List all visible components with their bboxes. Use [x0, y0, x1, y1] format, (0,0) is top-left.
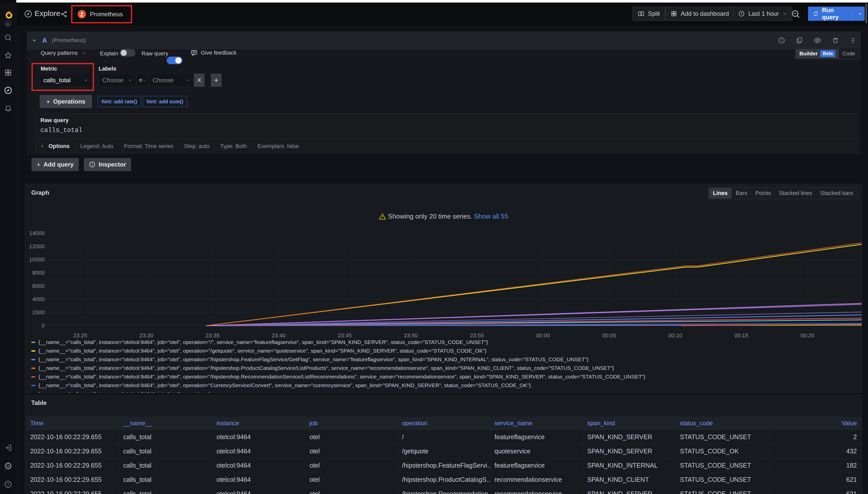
apps-grid-icon[interactable]: [0, 65, 16, 80]
label-key-select[interactable]: Choose: [98, 74, 136, 87]
legend-series-color: [31, 385, 35, 386]
table-cell: /hipstershop.Recommendation...: [398, 487, 491, 494]
table-cell: otelcol:9464: [213, 472, 306, 487]
table-cell: STATUS_CODE_UNSET: [676, 472, 770, 487]
give-feedback-button[interactable]: Give feedback: [191, 49, 237, 56]
table-column-header-spankind[interactable]: span_kind: [584, 417, 676, 430]
table-cell: otel: [306, 458, 398, 472]
datasource-picker[interactable]: Prometheus: [74, 7, 129, 21]
eye-icon[interactable]: [814, 37, 821, 44]
datasource-name: Prometheus: [90, 11, 123, 18]
time-range-picker[interactable]: Last 1 hour: [733, 6, 792, 21]
alerting-bell-icon[interactable]: [0, 101, 16, 115]
graph-mode-lines[interactable]: Lines: [709, 188, 731, 198]
hint-add-rate-button[interactable]: hint: add rate(): [98, 96, 141, 107]
table-cell: /: [398, 430, 491, 444]
table-cell: 2022-10-16 00:22:29.655: [27, 458, 120, 472]
table-cell: SPAN_KIND_INTERNAL: [584, 458, 676, 472]
trash-icon[interactable]: [832, 37, 839, 44]
explain-toggle[interactable]: [120, 49, 135, 57]
operations-button[interactable]: + Operations: [40, 95, 92, 108]
legend-series-label: {__name__="calls_total", instance="otelc…: [38, 374, 646, 380]
search-icon[interactable]: [0, 31, 16, 45]
data-table: Time__name__instancejoboperationservice_…: [27, 417, 862, 494]
legend-item[interactable]: {__name__="calls_total", instance="otelc…: [31, 355, 859, 364]
legend-item[interactable]: {__name__="calls_total", instance="otelc…: [31, 364, 859, 373]
help-circle-icon[interactable]: ?: [778, 37, 785, 44]
remove-label-button[interactable]: X: [194, 74, 204, 87]
table-cell: STATUS_CODE_UNSET: [676, 487, 770, 494]
show-all-series-link[interactable]: Show all 55: [474, 212, 508, 220]
legend-series-color: [31, 376, 35, 378]
table-cell: otel: [306, 487, 398, 494]
collapse-chevron-icon: [32, 38, 37, 43]
chevron-right-icon: [40, 144, 44, 149]
legend-item[interactable]: {__name__="calls_total", instance="otelc…: [31, 381, 859, 390]
table-column-header-time[interactable]: Time: [27, 417, 120, 430]
add-query-button[interactable]: + Add query: [32, 158, 79, 171]
graph-mode-stacked-lines[interactable]: Stacked lines: [775, 188, 816, 198]
legend-series-label: {__name__="calls_total", instance="otelc…: [38, 356, 589, 362]
legend-item[interactable]: {__name__="calls_total", instance="otelc…: [31, 373, 859, 381]
graph-mode-points[interactable]: Points: [752, 188, 775, 198]
metric-select[interactable]: calls_total: [40, 74, 92, 87]
table-column-header-instance[interactable]: instance: [213, 417, 306, 430]
add-label-button[interactable]: +: [211, 74, 221, 87]
hint-add-sum-button[interactable]: hint: add sum(): [143, 96, 187, 107]
sidebar-expand-button[interactable]: ›: [4, 20, 12, 27]
chart-canvas[interactable]: [25, 230, 862, 329]
table-cell: recommendationservice: [491, 472, 584, 487]
label-value-select[interactable]: Choose: [149, 74, 193, 87]
explore-compass-icon[interactable]: [0, 83, 16, 97]
table-column-header-servicename[interactable]: service_name: [491, 417, 584, 430]
legend-series-color: [31, 350, 35, 352]
label-operator-select[interactable]: =: [137, 74, 148, 87]
copy-icon[interactable]: [796, 37, 803, 44]
legend-item[interactable]: {__name__="calls_total", instance="otelc…: [31, 346, 859, 355]
comment-icon: [191, 49, 198, 56]
zoom-out-icon[interactable]: [791, 9, 800, 19]
table-column-header-name[interactable]: __name__: [120, 417, 213, 430]
help-icon[interactable]: ?: [0, 477, 16, 492]
share-icon[interactable]: [60, 11, 67, 18]
table-column-header-value[interactable]: Value: [770, 417, 862, 430]
legend-series-label: {__name__="calls_total", instance="otelc…: [38, 365, 614, 371]
option-summary-item: Legend: Auto: [80, 143, 113, 150]
table-cell: STATUS_CODE_UNSET: [676, 458, 770, 472]
query-ref-id[interactable]: A: [42, 37, 47, 44]
tab-builder[interactable]: Builder Beta: [796, 49, 839, 58]
drag-handle-icon[interactable]: [850, 37, 856, 44]
run-query-button[interactable]: Run query: [808, 6, 865, 21]
legend-series-color: [31, 359, 35, 360]
prometheus-icon: [77, 10, 86, 19]
table-cell: SPAN_KIND_SERVER: [584, 430, 676, 444]
query-options-row[interactable]: Options Legend: AutoFormat: Time seriesS…: [36, 140, 857, 153]
metric-label: Metric: [41, 65, 57, 72]
table-cell: SPAN_KIND_CLIENT: [584, 472, 676, 487]
legend-series-color: [31, 367, 35, 369]
scrollbar-thumb[interactable]: [866, 3, 867, 23]
run-query-dropdown[interactable]: [856, 11, 865, 16]
raw-query-toggle[interactable]: [167, 57, 182, 64]
table-cell: calls_total: [120, 487, 213, 494]
tab-code[interactable]: Code: [839, 49, 858, 58]
graph-mode-stacked-bars[interactable]: Stacked bars: [816, 188, 857, 198]
star-icon[interactable]: [0, 48, 16, 62]
table-cell: 621: [770, 487, 862, 494]
grafana-logo[interactable]: [2, 7, 14, 22]
table-column-header-job[interactable]: job: [306, 417, 398, 430]
query-patterns-dropdown[interactable]: Query patterns: [41, 50, 86, 56]
graph-mode-bars[interactable]: Bars: [731, 188, 751, 198]
inspector-button[interactable]: Inspector: [84, 158, 131, 171]
sign-in-icon[interactable]: [0, 441, 16, 455]
add-to-dashboard-button[interactable]: Add to dashboard: [665, 6, 734, 21]
explain-label: Explain: [100, 50, 118, 57]
settings-gear-icon[interactable]: ⚙: [0, 459, 16, 473]
table-column-header-statuscode[interactable]: status_code: [676, 417, 770, 430]
table-column-header-operation[interactable]: operation: [398, 417, 491, 430]
legend-item[interactable]: {__name__="calls_total", instance="otelc…: [31, 338, 859, 346]
legend-item-partial[interactable]: {__name__="calls_total", instance="otelc…: [31, 390, 859, 393]
split-button[interactable]: Split: [632, 6, 665, 21]
table-panel: Table Time__name__instancejoboperationse…: [25, 395, 862, 494]
query-row-header[interactable]: A (Prometheus) ?: [27, 32, 861, 49]
